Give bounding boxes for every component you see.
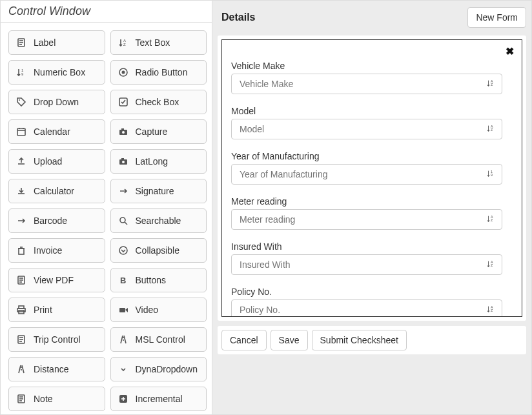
control-item-capture[interactable]: Capture [110, 119, 207, 144]
control-item-label: Radio Button [136, 67, 188, 77]
app-root: Control Window LabelText BoxNumeric BoxR… [0, 0, 532, 415]
control-item-calculator[interactable]: Calculator [8, 179, 105, 203]
field-text-input[interactable] [238, 168, 486, 180]
sortAZ-icon [118, 37, 129, 48]
control-item-label: Distance [34, 364, 68, 374]
control-item-label: Searchable [136, 216, 181, 226]
control-item-text-box[interactable]: Text Box [110, 30, 207, 55]
control-item-radio-button[interactable]: Radio Button [110, 60, 207, 85]
control-item-label: Barcode [34, 216, 67, 226]
control-item-check-box[interactable]: Check Box [110, 90, 207, 114]
field-text-input[interactable] [238, 214, 486, 225]
camera-icon [118, 156, 129, 167]
field-text-input[interactable] [238, 304, 486, 316]
radio-icon [118, 67, 129, 77]
control-item-label: Upload [34, 156, 62, 167]
control-item-label[interactable]: Label [8, 30, 105, 55]
save-button[interactable]: Save [271, 330, 308, 350]
submit-button[interactable]: Submit Checksheet [312, 330, 407, 350]
empty-area [218, 359, 526, 409]
field-label: Policy No. [231, 287, 502, 297]
control-item-label: Trip Control [34, 334, 81, 345]
field-input[interactable] [231, 209, 502, 230]
close-icon[interactable]: ✖ [506, 45, 514, 57]
doc-icon [15, 275, 27, 285]
field-text-input[interactable] [238, 78, 486, 90]
form-field-insured-with: Insured With [231, 241, 502, 275]
field-input[interactable] [231, 164, 502, 185]
btc-icon [118, 275, 129, 285]
field-label: Insured With [231, 241, 502, 252]
control-window-panel: Control Window LabelText BoxNumeric BoxR… [1, 1, 212, 414]
control-item-label: Print [34, 305, 52, 315]
control-item-latlong[interactable]: LatLong [110, 149, 207, 174]
control-item-label: Invoice [34, 245, 62, 256]
field-input[interactable] [231, 119, 502, 139]
control-item-label: Capture [136, 127, 168, 137]
road-icon [118, 334, 129, 345]
control-item-upload[interactable]: Upload [8, 149, 105, 174]
doc-icon [15, 394, 27, 404]
control-item-drop-down[interactable]: Drop Down [8, 90, 105, 114]
control-item-label: Collapsible [136, 245, 179, 256]
calendar-icon [15, 127, 27, 137]
field-text-input[interactable] [238, 123, 486, 135]
control-item-print[interactable]: Print [8, 298, 105, 322]
control-item-label: Video [136, 305, 159, 315]
control-item-label: Buttons [136, 275, 166, 285]
field-input[interactable] [231, 74, 502, 94]
control-item-buttons[interactable]: Buttons [110, 268, 207, 292]
control-item-label: Calculator [34, 186, 74, 196]
control-item-video[interactable]: Video [110, 298, 207, 322]
control-item-label: Signature [136, 186, 174, 196]
control-item-label: LatLong [136, 156, 169, 167]
plusbox-icon [118, 394, 129, 404]
form-field-vehicle-make: Vehicle Make [231, 61, 502, 94]
print-icon [15, 305, 27, 315]
field-input[interactable] [231, 299, 502, 317]
form-canvas[interactable]: ✖ Vehicle MakeModelYear of Manufacturing… [221, 39, 522, 317]
control-item-signature[interactable]: Signature [110, 179, 207, 203]
control-item-dynadropdown[interactable]: DynaDropdown [110, 357, 207, 381]
control-item-distance[interactable]: Distance [8, 357, 105, 381]
form-field-policy-no-: Policy No. [231, 287, 502, 317]
sortAZ-icon [486, 259, 495, 270]
sort19-icon [15, 67, 27, 77]
enter-icon [118, 186, 129, 196]
control-item-label: View PDF [34, 275, 74, 285]
control-item-note[interactable]: Note [8, 387, 105, 411]
control-item-barcode[interactable]: Barcode [8, 208, 105, 233]
new-form-button[interactable]: New Form [467, 7, 526, 28]
sortAZ-icon [486, 214, 495, 225]
control-item-calendar[interactable]: Calendar [8, 119, 105, 144]
cancel-button[interactable]: Cancel [221, 330, 267, 350]
control-item-searchable[interactable]: Searchable [110, 208, 207, 233]
field-label: Model [231, 106, 502, 116]
sortAZ-icon [486, 79, 495, 90]
details-title: Details [221, 12, 255, 23]
details-header: Details New Form [218, 5, 526, 30]
field-label: Vehicle Make [231, 61, 502, 71]
control-item-collapsible[interactable]: Collapsible [110, 238, 207, 263]
control-item-view-pdf[interactable]: View PDF [8, 268, 105, 292]
camera-icon [118, 127, 129, 137]
control-item-label: Label [34, 37, 56, 48]
field-text-input[interactable] [238, 259, 486, 270]
control-item-label: Numeric Box [34, 67, 85, 77]
road-icon [15, 364, 27, 374]
field-label: Meter reading [231, 196, 502, 207]
control-item-label: Text Box [136, 37, 170, 48]
field-input[interactable] [231, 254, 502, 275]
field-label: Year of Manufacturing [231, 151, 502, 161]
control-item-label: MSL Control [136, 334, 185, 345]
control-item-incremental[interactable]: Incremental [110, 387, 207, 411]
doc-icon [15, 37, 27, 48]
control-item-trip-control[interactable]: Trip Control [8, 327, 105, 352]
control-item-invoice[interactable]: Invoice [8, 238, 105, 263]
control-item-label: Incremental [136, 394, 183, 404]
details-panel: Details New Form ✖ Vehicle MakeModelYear… [212, 1, 531, 414]
control-list-scroll[interactable]: LabelText BoxNumeric BoxRadio ButtonDrop… [1, 23, 212, 414]
control-item-msl-control[interactable]: MSL Control [110, 327, 207, 352]
control-item-numeric-box[interactable]: Numeric Box [8, 60, 105, 85]
check-icon [118, 97, 129, 107]
